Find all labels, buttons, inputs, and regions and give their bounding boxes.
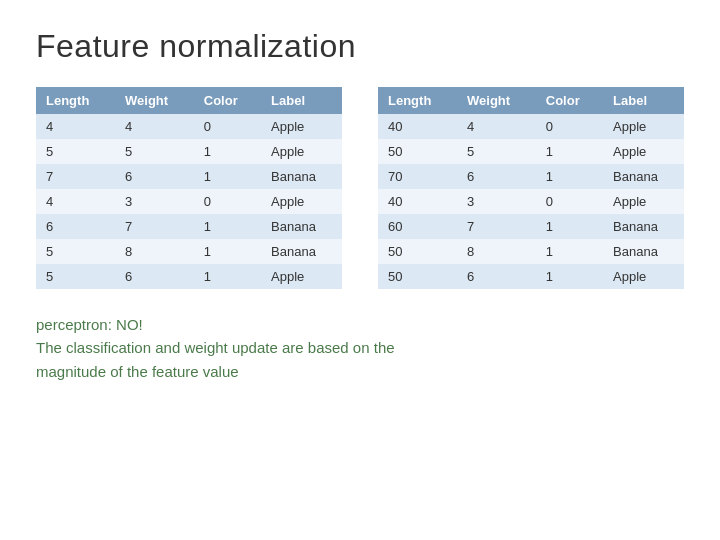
table-cell: Banana	[603, 164, 684, 189]
table1: Length Weight Color Label 440Apple551App…	[36, 87, 342, 289]
table-cell: 40	[378, 114, 457, 139]
table-cell: 60	[378, 214, 457, 239]
table-row: 561Apple	[36, 264, 342, 289]
table-row: 551Apple	[36, 139, 342, 164]
table2-col-length: Length	[378, 87, 457, 114]
table-cell: 1	[536, 264, 603, 289]
table-cell: 3	[115, 189, 194, 214]
bottom-text-line1: perceptron: NO!	[36, 313, 684, 336]
table2: Length Weight Color Label 4040Apple5051A…	[378, 87, 684, 289]
table-cell: Apple	[603, 139, 684, 164]
table-cell: 1	[536, 214, 603, 239]
table-row: 671Banana	[36, 214, 342, 239]
table-cell: 6	[457, 264, 536, 289]
table-cell: Apple	[261, 189, 342, 214]
table-cell: Banana	[261, 214, 342, 239]
table1-col-weight: Weight	[115, 87, 194, 114]
table-cell: 7	[457, 214, 536, 239]
table-cell: 6	[36, 214, 115, 239]
table1-wrapper: Length Weight Color Label 440Apple551App…	[36, 87, 342, 289]
table-cell: 1	[194, 264, 261, 289]
table-cell: 5	[457, 139, 536, 164]
table-row: 5051Apple	[378, 139, 684, 164]
table-cell: 3	[457, 189, 536, 214]
table-cell: Apple	[261, 139, 342, 164]
table-cell: Banana	[603, 214, 684, 239]
table1-col-color: Color	[194, 87, 261, 114]
table-cell: 5	[115, 139, 194, 164]
table-cell: 40	[378, 189, 457, 214]
table-cell: 4	[36, 114, 115, 139]
table2-col-label: Label	[603, 87, 684, 114]
table-cell: 0	[194, 114, 261, 139]
table-cell: 6	[457, 164, 536, 189]
table2-header-row: Length Weight Color Label	[378, 87, 684, 114]
table-cell: 5	[36, 239, 115, 264]
tables-container: Length Weight Color Label 440Apple551App…	[36, 87, 684, 289]
table-cell: 1	[194, 239, 261, 264]
table-cell: 1	[536, 164, 603, 189]
table-cell: 6	[115, 164, 194, 189]
table-cell: 4	[115, 114, 194, 139]
table-cell: 1	[194, 164, 261, 189]
table-cell: 1	[194, 139, 261, 164]
table-cell: 70	[378, 164, 457, 189]
table-cell: 50	[378, 239, 457, 264]
table-cell: 0	[536, 189, 603, 214]
table-row: 5081Banana	[378, 239, 684, 264]
table-cell: Apple	[261, 264, 342, 289]
table-cell: 7	[36, 164, 115, 189]
table-row: 430Apple	[36, 189, 342, 214]
table-cell: Apple	[603, 114, 684, 139]
table-cell: 50	[378, 264, 457, 289]
table-row: 4030Apple	[378, 189, 684, 214]
table-cell: 5	[36, 139, 115, 164]
bottom-text-line3: magnitude of the feature value	[36, 360, 684, 383]
table-cell: Banana	[603, 239, 684, 264]
table2-col-weight: Weight	[457, 87, 536, 114]
table-cell: 5	[36, 264, 115, 289]
table-cell: 4	[36, 189, 115, 214]
table-row: 440Apple	[36, 114, 342, 139]
table-cell: Banana	[261, 164, 342, 189]
table-row: 4040Apple	[378, 114, 684, 139]
table-row: 581Banana	[36, 239, 342, 264]
table-cell: Banana	[261, 239, 342, 264]
table1-header-row: Length Weight Color Label	[36, 87, 342, 114]
bottom-text: perceptron: NO! The classification and w…	[36, 313, 684, 383]
table-cell: 8	[457, 239, 536, 264]
table-cell: 50	[378, 139, 457, 164]
table-row: 6071Banana	[378, 214, 684, 239]
table-cell: 1	[536, 139, 603, 164]
table2-col-color: Color	[536, 87, 603, 114]
table-row: 5061Apple	[378, 264, 684, 289]
table-cell: 0	[536, 114, 603, 139]
table2-wrapper: Length Weight Color Label 4040Apple5051A…	[378, 87, 684, 289]
table1-col-length: Length	[36, 87, 115, 114]
table-row: 7061Banana	[378, 164, 684, 189]
table-cell: Apple	[603, 264, 684, 289]
table-cell: 0	[194, 189, 261, 214]
table-cell: Apple	[603, 189, 684, 214]
page-title: Feature normalization	[36, 28, 684, 65]
table-cell: 8	[115, 239, 194, 264]
table-cell: 4	[457, 114, 536, 139]
table-cell: 6	[115, 264, 194, 289]
table-cell: 7	[115, 214, 194, 239]
table-cell: Apple	[261, 114, 342, 139]
table-cell: 1	[536, 239, 603, 264]
table-row: 761Banana	[36, 164, 342, 189]
table1-col-label: Label	[261, 87, 342, 114]
table-cell: 1	[194, 214, 261, 239]
bottom-text-line2: The classification and weight update are…	[36, 336, 684, 359]
